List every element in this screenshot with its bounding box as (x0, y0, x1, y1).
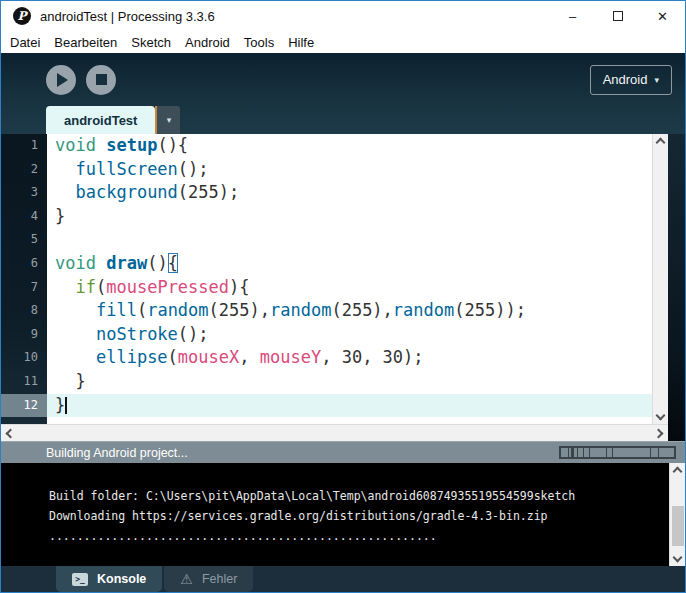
minimize-icon: – (569, 9, 576, 24)
code-line-9[interactable]: noStroke(); (47, 323, 652, 347)
progress-tick (606, 448, 607, 457)
code-line-3[interactable]: background(255); (47, 181, 652, 205)
stop-button[interactable] (86, 65, 116, 95)
code-editor[interactable]: 123456789101112 void setup(){ fullScreen… (1, 134, 668, 424)
editor-vertical-scrollbar[interactable] (652, 134, 668, 424)
line-number: 7 (1, 276, 47, 300)
menu-item-tools[interactable]: Tools (237, 31, 281, 53)
progress-tick (571, 448, 574, 457)
tab-strip: androidTest ▾ (1, 106, 685, 134)
progress-tick (568, 448, 569, 457)
console-vertical-scrollbar[interactable] (669, 463, 685, 566)
line-number: 11 (1, 370, 47, 394)
close-icon: ✕ (657, 9, 668, 24)
scroll-right-icon[interactable] (654, 428, 664, 438)
progress-tick (583, 448, 584, 457)
warning-icon: ⚠ (180, 572, 193, 586)
processing-logo-icon: P (13, 7, 31, 25)
code-line-12[interactable]: } (47, 394, 652, 418)
line-number: 12 (1, 394, 47, 418)
minimize-button[interactable]: – (550, 1, 595, 31)
menu-bar: DateiBearbeitenSketchAndroidToolsHilfe (1, 31, 685, 53)
code-lines[interactable]: void setup(){ fullScreen(); background(2… (47, 134, 652, 424)
processing-window: P androidTest | Processing 3.3.6 – ✕ Dat… (0, 0, 686, 593)
status-bar: Building Android project... (1, 441, 685, 463)
tab-menu-button[interactable]: ▾ (157, 106, 180, 134)
line-number: 4 (1, 205, 47, 229)
mode-selector-button[interactable]: Android ▾ (590, 65, 672, 95)
scrollbar-thumb[interactable] (672, 506, 684, 546)
progress-tick (612, 448, 613, 457)
code-line-10[interactable]: ellipse(mouseX, mouseY, 30, 30); (47, 346, 652, 370)
console-output: Build folder: C:\Users\pit\AppData\Local… (1, 463, 669, 566)
line-number: 10 (1, 346, 47, 370)
chevron-down-icon: ▾ (167, 115, 172, 125)
line-number-gutter: 123456789101112 (1, 134, 47, 424)
maximize-icon (613, 11, 623, 21)
scroll-down-icon[interactable] (673, 553, 683, 563)
toolbar: Android ▾ (1, 53, 685, 106)
code-line-4[interactable]: } (47, 205, 652, 229)
menu-item-datei[interactable]: Datei (3, 31, 47, 53)
code-line-11[interactable]: } (47, 370, 652, 394)
editor-horizontal-scrollbar[interactable] (1, 424, 668, 441)
fehler-tab-label: Fehler (202, 572, 237, 586)
console-panel: Build folder: C:\Users\pit\AppData\Local… (1, 463, 685, 566)
close-button[interactable]: ✕ (640, 1, 685, 31)
bottom-tab-bar: >_ Konsole ⚠ Fehler (1, 566, 685, 592)
status-message: Building Android project... (46, 446, 188, 460)
scroll-left-icon[interactable] (6, 428, 16, 438)
code-line-7[interactable]: if(mousePressed){ (47, 276, 652, 300)
line-number: 9 (1, 323, 47, 347)
line-number: 8 (1, 299, 47, 323)
progress-tick (650, 448, 651, 457)
code-line-1[interactable]: void setup(){ (47, 134, 652, 158)
menu-item-android[interactable]: Android (178, 31, 237, 53)
progress-tick (658, 448, 659, 457)
stop-icon (96, 74, 107, 85)
toolbar-zone: Android ▾ androidTest ▾ (1, 53, 685, 134)
code-line-2[interactable]: fullScreen(); (47, 158, 652, 182)
code-line-8[interactable]: fill(random(255),random(255),random(255)… (47, 299, 652, 323)
play-icon (57, 73, 68, 87)
scroll-down-icon[interactable] (656, 411, 666, 421)
tab-fehler[interactable]: ⚠ Fehler (164, 566, 253, 592)
scroll-up-icon[interactable] (656, 138, 666, 148)
window-title: androidTest | Processing 3.3.6 (40, 9, 215, 24)
run-button[interactable] (46, 65, 76, 95)
build-progress-indicator (559, 446, 676, 459)
line-number: 6 (1, 252, 47, 276)
terminal-icon: >_ (72, 573, 88, 586)
scroll-up-icon[interactable] (673, 467, 683, 477)
window-controls: – ✕ (550, 1, 685, 31)
maximize-button[interactable] (595, 1, 640, 31)
code-line-6[interactable]: void draw(){ (47, 252, 652, 276)
editor-zone: 123456789101112 void setup(){ fullScreen… (1, 134, 685, 441)
progress-tick (577, 448, 578, 457)
mode-label: Android (603, 72, 648, 87)
line-number: 5 (1, 228, 47, 252)
konsole-tab-label: Konsole (97, 572, 146, 586)
line-number: 1 (1, 134, 47, 158)
menu-item-hilfe[interactable]: Hilfe (281, 31, 321, 53)
text-cursor (65, 397, 67, 414)
progress-tick (589, 448, 590, 457)
code-line-5[interactable] (47, 228, 652, 252)
menu-item-sketch[interactable]: Sketch (124, 31, 178, 53)
title-bar: P androidTest | Processing 3.3.6 – ✕ (1, 1, 685, 31)
tab-androidtest[interactable]: androidTest (46, 106, 155, 134)
line-number: 2 (1, 158, 47, 182)
tab-konsole[interactable]: >_ Konsole (56, 566, 162, 592)
line-number: 3 (1, 181, 47, 205)
chevron-down-icon: ▾ (654, 75, 659, 85)
menu-item-bearbeiten[interactable]: Bearbeiten (47, 31, 124, 53)
